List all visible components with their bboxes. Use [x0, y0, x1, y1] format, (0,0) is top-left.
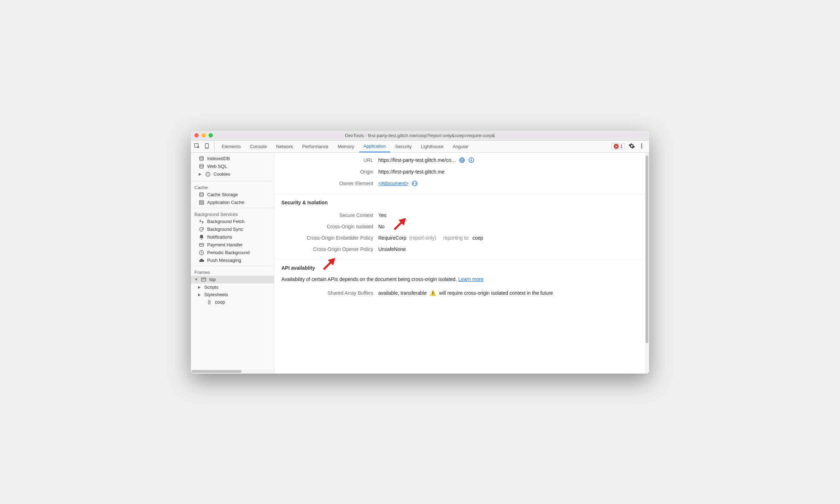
frame-tree-item-coop[interactable]: coop: [191, 298, 274, 306]
sidebar-item-indexeddb[interactable]: IndexedDB: [191, 155, 274, 163]
reveal-in-sources-icon[interactable]: [468, 157, 474, 163]
svg-point-3: [641, 143, 642, 145]
sidebar-heading-frames: Frames: [191, 268, 274, 276]
inspect-element-icon[interactable]: [194, 143, 200, 150]
window-title: DevTools - first-party-test.glitch.me/co…: [191, 133, 649, 138]
sidebar-item-background-sync[interactable]: Background Sync: [191, 225, 274, 233]
bell-icon: [199, 234, 204, 240]
expand-caret-icon: ▶: [199, 172, 202, 176]
secure-context-label: Secure Context: [281, 212, 373, 218]
sidebar-item-label: IndexedDB: [207, 156, 230, 161]
url-value: https://first-party-test.glitch.me/co…: [378, 157, 456, 163]
coep-label: Cross-Origin Embedder Policy: [281, 235, 373, 241]
reveal-in-network-icon[interactable]: [459, 157, 465, 163]
tab-network[interactable]: Network: [272, 141, 297, 152]
tab-elements[interactable]: Elements: [217, 141, 245, 152]
secure-context-value: Yes: [378, 212, 386, 218]
frame-tree-item-top[interactable]: ▼ top: [191, 276, 274, 283]
coop-label: Cross-Origin Opener Policy: [281, 246, 373, 252]
warning-icon: ⚠️: [430, 290, 436, 296]
error-icon: ✕: [614, 144, 619, 149]
close-window-button[interactable]: [194, 133, 199, 137]
tab-angular[interactable]: Angular: [448, 141, 473, 152]
devtools-tab-bar: Elements Console Network Performance Mem…: [191, 141, 649, 153]
svg-rect-17: [202, 203, 204, 204]
document-icon: [206, 299, 212, 305]
cross-origin-isolated-value: No: [378, 224, 385, 229]
sidebar-item-periodic-background[interactable]: Periodic Background: [191, 249, 274, 257]
tab-memory[interactable]: Memory: [333, 141, 358, 152]
settings-icon[interactable]: [629, 143, 635, 150]
api-availability-heading: API availablity: [281, 265, 642, 271]
database-icon: [199, 156, 204, 162]
coep-reporting-to-label: reporting to:: [443, 235, 470, 241]
devtools-window: DevTools - first-party-test.glitch.me/co…: [191, 131, 649, 374]
minimize-window-button[interactable]: [202, 133, 206, 137]
sidebar-item-websql[interactable]: Web SQL: [191, 163, 274, 170]
device-toolbar-icon[interactable]: [204, 143, 210, 150]
learn-more-link[interactable]: Learn more: [458, 276, 484, 282]
shared-array-buffers-label: Shared Array Buffers: [281, 290, 373, 296]
sidebar-item-label: Notifications: [207, 234, 232, 240]
expand-caret-icon: ▼: [194, 277, 198, 281]
svg-point-12: [207, 175, 208, 175]
frame-tree-item-stylesheets[interactable]: ▶ Stylesheets: [191, 291, 274, 298]
frame-tree-label: coop: [215, 299, 225, 305]
cloud-icon: [199, 258, 204, 263]
reveal-in-elements-icon[interactable]: [412, 180, 418, 187]
svg-point-4: [641, 145, 642, 146]
owner-element-link[interactable]: <#document>: [378, 181, 409, 186]
sidebar-item-label: Background Sync: [207, 227, 243, 232]
sidebar-item-payment-handler[interactable]: Payment Handler: [191, 241, 274, 249]
security-isolation-heading: Security & Isolation: [281, 200, 642, 205]
fullscreen-window-button[interactable]: [209, 133, 213, 137]
svg-rect-21: [202, 278, 206, 281]
title-bar: DevTools - first-party-test.glitch.me/co…: [191, 131, 649, 141]
shared-array-buffers-warning: will require cross-origin isolated conte…: [439, 290, 553, 296]
database-icon: [199, 192, 204, 198]
sidebar-item-cache-storage[interactable]: Cache Storage: [191, 191, 274, 199]
fetch-icon: [199, 219, 204, 224]
api-availability-note: Availability of certain APIs depends on …: [281, 275, 642, 287]
card-icon: [199, 242, 204, 248]
sidebar-heading-background: Background Services: [191, 210, 274, 218]
cross-origin-isolated-label: Cross-Origin Isolated: [281, 224, 373, 229]
svg-point-8: [206, 172, 210, 176]
main-vertical-scrollbar[interactable]: [645, 153, 649, 374]
tab-application[interactable]: Application: [359, 141, 390, 152]
coop-value: UnsafeNone: [378, 246, 406, 252]
origin-label: Origin: [281, 169, 373, 175]
tab-lighthouse[interactable]: Lighthouse: [417, 141, 448, 152]
cookie-icon: [205, 171, 211, 177]
sidebar-item-label: Periodic Background: [207, 250, 250, 255]
sidebar-item-label: Push Messaging: [207, 258, 241, 263]
svg-point-13: [200, 192, 204, 194]
sidebar-item-background-fetch[interactable]: Background Fetch: [191, 218, 274, 225]
tab-security[interactable]: Security: [391, 141, 416, 152]
frame-tree-label: Scripts: [204, 285, 218, 290]
expand-caret-icon: ▶: [198, 293, 202, 297]
svg-point-9: [207, 173, 208, 174]
svg-point-7: [200, 164, 204, 165]
svg-rect-15: [202, 200, 204, 202]
url-label: URL: [281, 157, 373, 163]
sidebar-item-push-messaging[interactable]: Push Messaging: [191, 257, 274, 264]
tab-performance[interactable]: Performance: [298, 141, 333, 152]
frame-tree-item-scripts[interactable]: ▶ Scripts: [191, 283, 274, 291]
sync-icon: [199, 227, 204, 232]
coep-report-only: (report-only): [409, 235, 436, 241]
svg-point-11: [208, 175, 209, 175]
sidebar-item-cookies[interactable]: ▶ Cookies: [191, 170, 274, 178]
frame-icon: [201, 277, 206, 282]
frame-details-panel: URL https://first-party-test.glitch.me/c…: [274, 153, 649, 374]
sidebar-item-notifications[interactable]: Notifications: [191, 233, 274, 241]
sidebar-item-application-cache[interactable]: Application Cache: [191, 199, 274, 206]
sidebar-item-label: Payment Handler: [207, 242, 243, 247]
more-menu-icon[interactable]: [638, 143, 645, 150]
origin-value: https://first-party-test.glitch.me: [378, 169, 445, 175]
clock-icon: [199, 250, 204, 256]
tab-console[interactable]: Console: [246, 141, 271, 152]
owner-element-label: Owner Element: [281, 181, 373, 186]
sidebar-horizontal-scrollbar[interactable]: [191, 369, 274, 374]
error-count-badge[interactable]: ✕ 1: [611, 143, 625, 150]
